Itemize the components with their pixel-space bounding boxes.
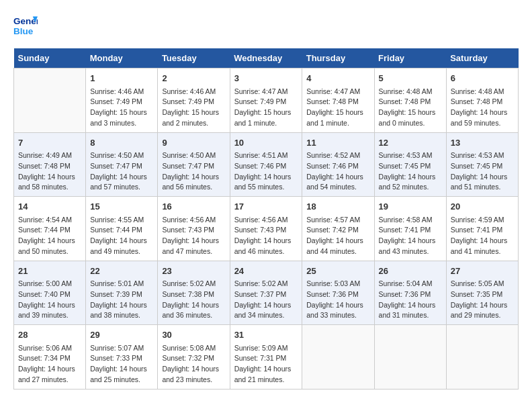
svg-text:Blue: Blue <box>13 26 34 36</box>
day-detail: Sunrise: 4:53 AMSunset: 7:45 PMDaylight:… <box>379 150 442 193</box>
day-number: 1 <box>90 72 153 85</box>
calendar-cell: 18Sunrise: 4:57 AMSunset: 7:42 PMDayligh… <box>302 197 374 261</box>
daylight-text: Daylight: 14 hours and 36 minutes. <box>162 300 225 322</box>
day-detail: Sunrise: 5:06 AMSunset: 7:34 PMDaylight:… <box>18 343 81 385</box>
calendar-cell: 2Sunrise: 4:46 AMSunset: 7:49 PMDaylight… <box>158 68 230 133</box>
sunset-text: Sunset: 7:44 PM <box>18 225 81 236</box>
dow-header-sunday: Sunday <box>14 48 86 68</box>
calendar-cell: 19Sunrise: 4:58 AMSunset: 7:41 PMDayligh… <box>374 197 446 261</box>
calendar-cell: 8Sunrise: 4:50 AMSunset: 7:47 PMDaylight… <box>86 132 158 197</box>
daylight-text: Daylight: 14 hours and 21 minutes. <box>234 364 298 385</box>
daylight-text: Daylight: 14 hours and 54 minutes. <box>306 172 369 193</box>
day-number: 23 <box>162 265 225 278</box>
day-number: 2 <box>162 72 225 85</box>
day-number: 30 <box>162 328 225 342</box>
calendar-cell: 20Sunrise: 4:59 AMSunset: 7:41 PMDayligh… <box>446 197 518 261</box>
sunset-text: Sunset: 7:31 PM <box>234 353 298 364</box>
day-detail: Sunrise: 4:47 AMSunset: 7:49 PMDaylight:… <box>234 87 298 129</box>
sunset-text: Sunset: 7:37 PM <box>234 289 298 300</box>
day-detail: Sunrise: 4:56 AMSunset: 7:43 PMDaylight:… <box>162 215 225 257</box>
sunrise-text: Sunrise: 4:56 AM <box>162 215 225 226</box>
sunrise-text: Sunrise: 5:08 AM <box>162 343 225 354</box>
sunset-text: Sunset: 7:42 PM <box>306 225 369 236</box>
day-detail: Sunrise: 4:50 AMSunset: 7:47 PMDaylight:… <box>162 150 225 193</box>
sunrise-text: Sunrise: 4:46 AM <box>162 87 225 97</box>
sunset-text: Sunset: 7:36 PM <box>379 289 442 300</box>
sunset-text: Sunset: 7:48 PM <box>379 97 442 107</box>
day-number: 9 <box>162 136 225 150</box>
daylight-text: Daylight: 14 hours and 33 minutes. <box>306 300 369 322</box>
day-number: 20 <box>451 200 514 214</box>
calendar-cell: 14Sunrise: 4:54 AMSunset: 7:44 PMDayligh… <box>14 197 86 261</box>
logo: General Blue <box>13 13 38 38</box>
day-number: 4 <box>306 72 369 85</box>
sunset-text: Sunset: 7:34 PM <box>18 353 81 364</box>
sunrise-text: Sunrise: 5:06 AM <box>18 343 81 354</box>
calendar-cell: 7Sunrise: 4:49 AMSunset: 7:48 PMDaylight… <box>14 132 86 197</box>
calendar-cell: 26Sunrise: 5:04 AMSunset: 7:36 PMDayligh… <box>374 261 446 325</box>
day-number: 22 <box>90 265 153 278</box>
calendar-week-4: 21Sunrise: 5:00 AMSunset: 7:40 PMDayligh… <box>14 261 519 325</box>
sunset-text: Sunset: 7:49 PM <box>162 97 225 107</box>
page-header: General Blue <box>13 13 519 38</box>
sunrise-text: Sunrise: 5:01 AM <box>90 279 153 289</box>
sunrise-text: Sunrise: 5:02 AM <box>162 279 225 289</box>
daylight-text: Daylight: 15 hours and 1 minute. <box>306 107 369 129</box>
daylight-text: Daylight: 15 hours and 2 minutes. <box>162 107 225 129</box>
sunrise-text: Sunrise: 4:56 AM <box>234 215 298 226</box>
sunset-text: Sunset: 7:36 PM <box>306 289 369 300</box>
sunset-text: Sunset: 7:47 PM <box>90 161 153 172</box>
sunrise-text: Sunrise: 4:53 AM <box>451 150 514 161</box>
day-detail: Sunrise: 5:03 AMSunset: 7:36 PMDaylight:… <box>306 279 369 321</box>
sunrise-text: Sunrise: 5:09 AM <box>234 343 298 354</box>
sunset-text: Sunset: 7:39 PM <box>90 289 153 300</box>
daylight-text: Daylight: 14 hours and 25 minutes. <box>90 364 153 385</box>
calendar-cell <box>302 325 374 390</box>
day-detail: Sunrise: 5:05 AMSunset: 7:35 PMDaylight:… <box>451 279 514 321</box>
day-number: 8 <box>90 136 153 150</box>
day-detail: Sunrise: 4:59 AMSunset: 7:41 PMDaylight:… <box>451 215 514 257</box>
calendar-cell: 11Sunrise: 4:52 AMSunset: 7:46 PMDayligh… <box>302 132 374 197</box>
day-detail: Sunrise: 4:48 AMSunset: 7:48 PMDaylight:… <box>451 87 514 129</box>
daylight-text: Daylight: 14 hours and 23 minutes. <box>162 364 225 385</box>
day-detail: Sunrise: 4:47 AMSunset: 7:48 PMDaylight:… <box>306 87 369 129</box>
sunrise-text: Sunrise: 5:04 AM <box>379 279 442 289</box>
dow-header-tuesday: Tuesday <box>158 48 230 68</box>
calendar-cell: 22Sunrise: 5:01 AMSunset: 7:39 PMDayligh… <box>86 261 158 325</box>
daylight-text: Daylight: 14 hours and 46 minutes. <box>234 236 298 257</box>
day-detail: Sunrise: 4:56 AMSunset: 7:43 PMDaylight:… <box>234 215 298 257</box>
daylight-text: Daylight: 14 hours and 56 minutes. <box>162 172 225 193</box>
sunrise-text: Sunrise: 5:07 AM <box>90 343 153 354</box>
day-detail: Sunrise: 5:09 AMSunset: 7:31 PMDaylight:… <box>234 343 298 385</box>
logo-icon: General Blue <box>13 13 38 38</box>
dow-header-monday: Monday <box>86 48 158 68</box>
sunset-text: Sunset: 7:43 PM <box>234 225 298 236</box>
sunset-text: Sunset: 7:40 PM <box>18 289 81 300</box>
day-detail: Sunrise: 4:48 AMSunset: 7:48 PMDaylight:… <box>379 87 442 129</box>
sunset-text: Sunset: 7:41 PM <box>379 225 442 236</box>
calendar-cell: 17Sunrise: 4:56 AMSunset: 7:43 PMDayligh… <box>230 197 302 261</box>
sunset-text: Sunset: 7:49 PM <box>90 97 153 107</box>
calendar-cell: 5Sunrise: 4:48 AMSunset: 7:48 PMDaylight… <box>374 68 446 133</box>
sunrise-text: Sunrise: 5:02 AM <box>234 279 298 289</box>
calendar-cell: 3Sunrise: 4:47 AMSunset: 7:49 PMDaylight… <box>230 68 302 133</box>
day-number: 29 <box>90 328 153 342</box>
calendar-body: 1Sunrise: 4:46 AMSunset: 7:49 PMDaylight… <box>14 68 519 390</box>
day-number: 13 <box>451 136 514 150</box>
sunrise-text: Sunrise: 4:46 AM <box>90 87 153 97</box>
daylight-text: Daylight: 15 hours and 0 minutes. <box>379 107 442 129</box>
sunset-text: Sunset: 7:35 PM <box>451 289 514 300</box>
sunset-text: Sunset: 7:41 PM <box>451 225 514 236</box>
day-detail: Sunrise: 4:46 AMSunset: 7:49 PMDaylight:… <box>162 87 225 129</box>
sunset-text: Sunset: 7:48 PM <box>18 161 81 172</box>
day-number: 28 <box>18 328 81 342</box>
calendar-cell: 23Sunrise: 5:02 AMSunset: 7:38 PMDayligh… <box>158 261 230 325</box>
day-number: 16 <box>162 200 225 214</box>
sunset-text: Sunset: 7:45 PM <box>379 161 442 172</box>
calendar-cell <box>374 325 446 390</box>
sunset-text: Sunset: 7:48 PM <box>306 97 369 107</box>
day-detail: Sunrise: 4:52 AMSunset: 7:46 PMDaylight:… <box>306 150 369 193</box>
daylight-text: Daylight: 14 hours and 55 minutes. <box>234 172 298 193</box>
sunset-text: Sunset: 7:48 PM <box>451 97 514 107</box>
sunrise-text: Sunrise: 4:53 AM <box>379 150 442 161</box>
